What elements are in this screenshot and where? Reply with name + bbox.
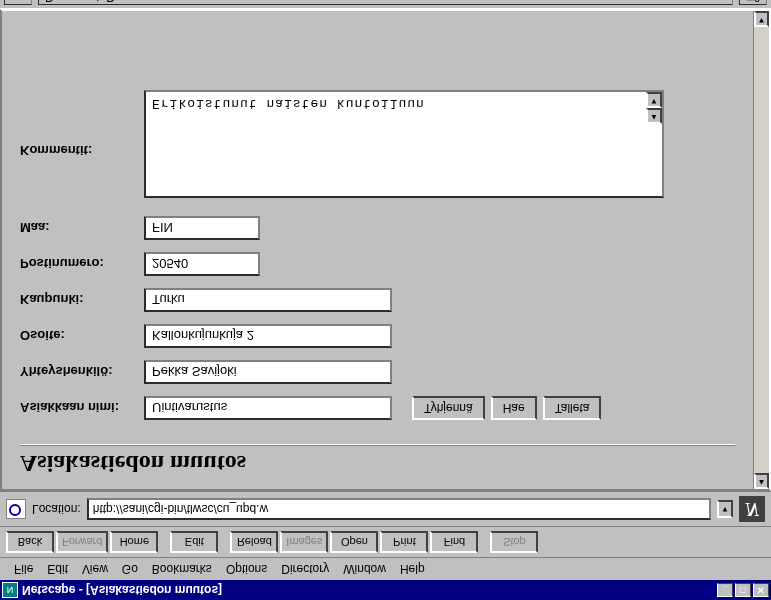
menu-options[interactable]: Options [220, 560, 273, 578]
images-button[interactable]: Images [280, 531, 328, 553]
page-title: Asiakastiedon muutos [20, 450, 735, 477]
menubar: File Edit View Go Bookmarks Options Dire… [0, 557, 771, 580]
menu-window[interactable]: Window [337, 560, 392, 578]
postinumero-input[interactable]: 20540 [144, 252, 260, 276]
menu-go[interactable]: Go [116, 560, 144, 578]
back-button[interactable]: Back [6, 531, 54, 553]
page-scroll-up-icon[interactable]: ▲ [754, 473, 769, 489]
window-title: Netscape - [Asiakastiedon muutos] [22, 583, 713, 597]
status-text: Document: Done [38, 0, 733, 6]
scroll-up-icon[interactable]: ▲ [646, 108, 662, 124]
location-label: Location: [32, 502, 81, 516]
osoite-input[interactable]: Kallonkujunkuja 2 [144, 324, 392, 348]
location-input[interactable]: http://sani/cgi-bin/tlwsc/cu_upd.w [87, 498, 711, 520]
app-icon: N [2, 582, 18, 598]
netscape-logo: N [739, 496, 765, 522]
kommentit-value: Erikoistunut naisten kuntoiluun [146, 92, 646, 115]
close-button[interactable]: ✕ [753, 583, 769, 597]
postinumero-label: Postinumero: [20, 257, 138, 272]
menu-directory[interactable]: Directory [275, 560, 335, 578]
page-scroll-down-icon[interactable]: ▼ [754, 11, 769, 27]
location-bar: Location: http://sani/cgi-bin/tlwsc/cu_u… [0, 491, 771, 526]
tyhjenna-button[interactable]: Tyhjennä [412, 396, 485, 420]
osoite-label: Osoite: [20, 329, 138, 344]
kaupunki-label: Kaupunki: [20, 293, 138, 308]
forward-button[interactable]: Forward [56, 531, 108, 553]
mail-icon[interactable]: ✉? [739, 0, 767, 6]
print-button[interactable]: Print [380, 531, 428, 553]
scroll-down-icon[interactable]: ▼ [646, 92, 662, 108]
content-area: Asiakastiedon muutos Asiakkaan nimi: Uin… [0, 9, 771, 491]
menu-bookmarks[interactable]: Bookmarks [146, 560, 218, 578]
talleta-button[interactable]: Talleta [543, 396, 602, 420]
kommentit-textarea[interactable]: Erikoistunut naisten kuntoiluun ▲ ▼ [144, 90, 664, 198]
open-button[interactable]: Open [330, 531, 378, 553]
textarea-scrollbar[interactable]: ▲ ▼ [646, 92, 662, 124]
location-dropdown[interactable]: ▼ [717, 500, 733, 518]
menu-view[interactable]: View [76, 560, 114, 578]
statusbar: ⬚ Document: Done ✉? [0, 0, 771, 9]
security-icon: ⬚ [4, 0, 32, 6]
find-button[interactable]: Find [430, 531, 478, 553]
yhteyshenkilo-input[interactable]: Pekka Savijoki [144, 360, 392, 384]
minimize-button[interactable]: _ [717, 583, 733, 597]
toolbar: Back Forward Home Edit Reload Images Ope… [0, 526, 771, 557]
edit-button[interactable]: Edit [170, 531, 218, 553]
divider [20, 444, 735, 446]
kommentit-label: Kommentit: [20, 143, 138, 198]
maa-label: Maa: [20, 221, 138, 236]
maximize-button[interactable]: □ [735, 583, 751, 597]
kaupunki-input[interactable]: Turku [144, 288, 392, 312]
page-scrollbar[interactable]: ▲ ▼ [753, 11, 769, 489]
location-icon [6, 499, 26, 519]
maa-input[interactable]: FIN [144, 216, 260, 240]
asiakkaan-nimi-label: Asiakkaan nimi: [20, 401, 138, 416]
home-button[interactable]: Home [110, 531, 158, 553]
reload-button[interactable]: Reload [230, 531, 278, 553]
asiakkaan-nimi-input[interactable]: Uintivarustus [144, 396, 392, 420]
hae-button[interactable]: Hae [491, 396, 537, 420]
location-value: http://sani/cgi-bin/tlwsc/cu_upd.w [93, 502, 268, 516]
menu-edit[interactable]: Edit [41, 560, 74, 578]
window-titlebar: N Netscape - [Asiakastiedon muutos] _ □ … [0, 580, 771, 600]
stop-button[interactable]: Stop [490, 531, 538, 553]
menu-help[interactable]: Help [394, 560, 431, 578]
yhteyshenkilo-label: Yhteyshenkilö: [20, 365, 138, 380]
menu-file[interactable]: File [8, 560, 39, 578]
